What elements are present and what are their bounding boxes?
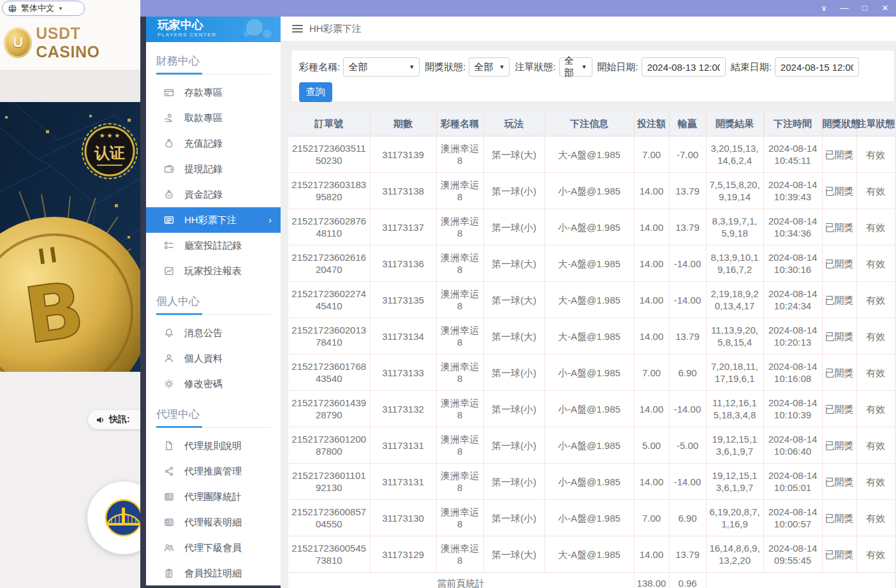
table-cell: 16,14,8,6,9,13,2,20 (706, 536, 763, 573)
svg-text:B: B (19, 265, 89, 360)
start-date-input[interactable] (642, 57, 726, 77)
table-cell: 11,13,9,20,5,8,15,4 (706, 318, 763, 355)
table-cell: 已開獎 (822, 209, 856, 246)
sidebar-item[interactable]: 個人資料 (146, 346, 281, 371)
sidebar-item[interactable]: 代理推廣管理 (146, 459, 281, 484)
table-row: 215217236011019213031173131澳洲幸运8第一球(小)小-… (288, 464, 895, 500)
chevron-down-window-button[interactable]: ∨ (817, 0, 831, 17)
table-cell: 澳洲幸运8 (436, 355, 483, 391)
table-row: 215217236026162047031173136澳洲幸运8第一球(大)大-… (288, 246, 895, 282)
section-title: 代理中心 (146, 397, 281, 425)
table-cell: 第一球(大) (483, 318, 545, 355)
table-cell: 2152172360261620470 (288, 246, 370, 282)
lottery-name-select[interactable]: 全部▼ (343, 57, 420, 77)
table-cell: 小-A盤@1.985 (545, 355, 634, 391)
sidebar-item-label: 會員投註明細 (184, 568, 242, 580)
table-cell: 2024-08-14 10:45:11 (763, 136, 822, 173)
sidebar-item[interactable]: 代理下級會員 (146, 535, 281, 561)
table-cell: 2024-08-14 09:55:45 (763, 536, 822, 573)
svg-text:★ ★ ★: ★ ★ ★ (99, 132, 120, 139)
table-cell: 已開獎 (822, 173, 856, 209)
minimize-window-button[interactable]: — (837, 0, 851, 17)
sidebar-item-label: 取款專區 (184, 112, 223, 124)
table-cell: -14.00 (669, 282, 706, 318)
sidebar-item[interactable]: 充值記錄 (146, 131, 281, 156)
sidebar-item[interactable]: 資金記錄 (146, 182, 281, 207)
table-cell: 2152172360085704550 (288, 500, 370, 536)
summary-empty (706, 573, 895, 588)
document-icon (164, 441, 174, 451)
table-cell: 2152172360120087800 (288, 427, 370, 464)
chevron-down-icon: ▼ (58, 6, 63, 11)
table-row: 215217236012008780031173131澳洲幸运8第一球(小)小-… (288, 427, 895, 464)
table-cell: 大-A盤@1.985 (545, 318, 634, 355)
coin-bag-icon (164, 189, 174, 200)
news-icon (164, 517, 174, 527)
table-cell: 31173129 (370, 536, 436, 573)
hamburger-menu-icon[interactable] (292, 25, 303, 33)
summary-row: 當前頁統計138.000.96 (288, 573, 895, 588)
chevron-down-icon: ▼ (499, 64, 504, 70)
table-cell: 第一球(小) (483, 427, 545, 464)
table-cell: 有效 (856, 500, 895, 536)
table-cell: 已開獎 (822, 500, 856, 536)
sidebar-item[interactable]: 取款專區 (146, 105, 281, 131)
table-cell: 有效 (856, 427, 895, 464)
sidebar-header: 玩家中心 PLAYERS CENTER (146, 17, 281, 42)
sidebar-item[interactable]: 代理報表明細 (146, 510, 281, 535)
table-cell: 2024-08-14 10:30:16 (763, 246, 822, 282)
table-cell: 2024-08-14 10:20:13 (763, 318, 822, 355)
sidebar-item[interactable]: 消息公告 (146, 320, 281, 346)
end-date-input[interactable] (775, 57, 859, 77)
table-cell: 澳洲幸运8 (436, 173, 483, 209)
sidebar-item[interactable]: 廳室投註記錄 (146, 233, 281, 258)
table-cell: 2024-08-14 10:39:43 (763, 173, 822, 209)
table-cell: -14.00 (669, 246, 706, 282)
table-cell: 澳洲幸运8 (436, 427, 483, 464)
column-header: 期數 (370, 112, 436, 136)
table-cell: 2024-08-14 10:24:34 (763, 282, 822, 318)
table-cell: 2152172360143928790 (288, 391, 370, 427)
table-cell: 13.79 (669, 209, 706, 246)
query-button[interactable]: 查詢 (299, 82, 332, 102)
column-header: 投注額 (634, 112, 669, 136)
table-row: 215217236005457381031173129澳洲幸运8第一球(大)大-… (288, 536, 895, 573)
hand-coin-icon (164, 113, 174, 123)
maximize-window-button[interactable]: □ (858, 0, 872, 17)
table-cell: 小-A盤@1.985 (545, 464, 634, 500)
table-cell: 有效 (856, 464, 895, 500)
language-selector[interactable]: 繁体中文 ▼ (2, 1, 85, 16)
svg-text:认证: 认证 (94, 144, 125, 161)
start-date-label: 開始日期: (598, 61, 638, 73)
globe-icon (8, 4, 17, 13)
decor-circle-icon (263, 29, 272, 38)
table-row: 215217236028764811031173137澳洲幸运8第一球(小)小-… (288, 209, 895, 246)
bell-icon (164, 328, 174, 338)
sidebar-item[interactable]: HH彩票下注› (146, 207, 281, 233)
close-window-button[interactable]: ✕ (878, 0, 892, 17)
users-icon (164, 543, 174, 553)
sidebar-item[interactable]: 玩家投注報表 (146, 258, 281, 284)
table-row: 215217236017684354031173133澳洲幸运8第一球(小)小-… (288, 355, 895, 391)
sidebar-item[interactable]: 提現記錄 (146, 156, 281, 182)
sidebar-item[interactable]: 代理團隊統計 (146, 484, 281, 510)
table-cell: 31173135 (370, 282, 436, 318)
table-cell: 31173132 (370, 391, 436, 427)
sidebar-item[interactable]: 存款專區 (146, 80, 281, 105)
page-title: HH彩票下注 (309, 23, 362, 35)
sidebar-item[interactable]: 會員投註明細 (146, 561, 281, 585)
draw-status-select[interactable]: 全部▼ (469, 57, 510, 77)
order-status-select[interactable]: 全部▼ (559, 57, 592, 77)
table-cell: 5.00 (634, 427, 669, 464)
table-cell: 7.00 (634, 136, 669, 173)
sidebar-item[interactable]: 代理規則說明 (146, 433, 281, 459)
table-cell: 有效 (856, 136, 895, 173)
sidebar-item[interactable]: 修改密碼 (146, 371, 281, 397)
sidebar-item-label: 充值記錄 (184, 138, 223, 150)
table-cell: 小-A盤@1.985 (545, 209, 634, 246)
section-underline (156, 312, 270, 315)
table-cell: 7.00 (634, 355, 669, 391)
table-cell: 31173131 (370, 427, 436, 464)
table-header-row: 訂單號期數彩種名稱玩法下注信息投注額輸贏開獎結果下注時間開獎狀態注單狀態 (288, 112, 895, 136)
main-content: HH彩票下注 彩種名稱: 全部▼ 開獎狀態: 全部▼ 注單狀態: 全部▼ (281, 17, 896, 588)
